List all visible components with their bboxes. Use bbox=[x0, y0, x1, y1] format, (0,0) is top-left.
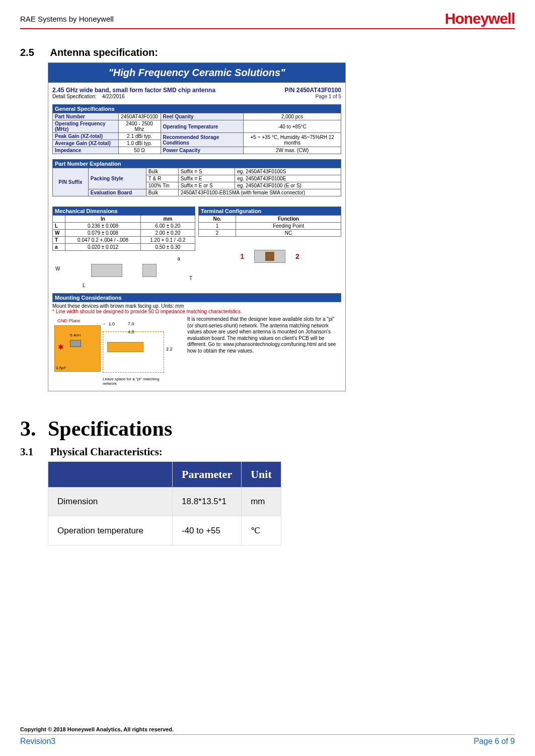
chip-drawing-1 bbox=[91, 264, 122, 277]
section-3-heading: 3.Specifications bbox=[20, 417, 515, 441]
phys-th-unit: Unit bbox=[242, 462, 281, 488]
mech-term-row: Mechanical Dimensions In mm L 0.236 ± 0.… bbox=[52, 201, 341, 288]
pn-explanation-table: Part Number Explanation P/N Suffix Packi… bbox=[52, 159, 341, 196]
ds-title-left: 2.45 GHz wide band, small form factor SM… bbox=[52, 87, 215, 94]
ds-pn-right: P/N 2450AT43F0100 bbox=[284, 87, 341, 94]
terminal-diagram: 1 2 bbox=[198, 239, 341, 274]
header-left-text: RAE Systems by Honeywell bbox=[20, 15, 114, 23]
mount-line2: * Line width should be designed to provi… bbox=[52, 309, 341, 314]
ds-page-label: Page 1 of 5 bbox=[316, 94, 341, 99]
phys-row-optemp: Operation temperature -40 to +55 ℃ bbox=[48, 516, 281, 545]
mounting-text: It is recommended that the designer leav… bbox=[187, 316, 341, 387]
phys-dim-unit: mm bbox=[242, 488, 281, 516]
section-title: Antenna specification: bbox=[50, 47, 158, 58]
page-number-text: Page 6 of 9 bbox=[474, 737, 515, 746]
gnd-plane-label: GND Plane bbox=[57, 318, 81, 323]
page-header: RAE Systems by Honeywell Honeywell bbox=[20, 10, 515, 29]
mech-diagram: W L a T bbox=[52, 253, 195, 288]
section-number: 2.5 bbox=[20, 47, 48, 58]
terminal-1-label: 1 bbox=[240, 252, 244, 260]
copyright-text: Copyright © 2018 Honeywell Analytics, Al… bbox=[20, 726, 515, 732]
chip-drawing-3 bbox=[254, 250, 285, 263]
section-3-title: Specifications bbox=[48, 417, 172, 440]
page-footer: Copyright © 2018 Honeywell Analytics, Al… bbox=[20, 726, 515, 746]
terminal-config-block: Terminal Configuration No. Function 1 Fe… bbox=[198, 201, 341, 288]
gen-spec-header: General Specifications bbox=[53, 105, 341, 113]
section-3-number: 3. bbox=[20, 417, 48, 441]
terminal-config-table: Terminal Configuration No. Function 1 Fe… bbox=[198, 207, 341, 237]
phys-dim-label: Dimension bbox=[48, 488, 173, 516]
mech-dim-block: Mechanical Dimensions In mm L 0.236 ± 0.… bbox=[52, 201, 195, 288]
gnd-plane-shape: ✱ 0.5pF 5.4nH bbox=[54, 325, 101, 372]
mount-line1: Mount these devices with brown mark faci… bbox=[52, 303, 341, 309]
phys-dim-param: 18.8*13.5*1 bbox=[173, 488, 242, 516]
datasheet-banner: "High Frequency Ceramic Solutions" bbox=[48, 63, 345, 83]
antenna-datasheet: "High Frequency Ceramic Solutions" 2.45 … bbox=[48, 62, 346, 391]
phys-th-blank bbox=[48, 462, 173, 488]
revision-text: Revision3 bbox=[20, 737, 55, 746]
section-3-1-title: Physical Characteristics: bbox=[50, 446, 162, 458]
phys-row-dimension: Dimension 18.8*13.5*1 mm bbox=[48, 488, 281, 516]
physical-characteristics-table: Parameter Unit Dimension 18.8*13.5*1 mm … bbox=[48, 461, 281, 545]
mounting-diagram: GND Plane ✱ 0.5pF 5.4nH ← 1.0 7.0 4.8 2.… bbox=[52, 316, 183, 387]
phys-optemp-unit: ℃ bbox=[242, 516, 281, 545]
general-spec-table: General Specifications Part Number 2450A… bbox=[52, 104, 341, 154]
chip-drawing-2 bbox=[142, 264, 157, 277]
section-3-1-number: 3.1 bbox=[20, 446, 48, 458]
mounting-block: Mounting Considerations Mount these devi… bbox=[52, 293, 341, 387]
phys-optemp-param: -40 to +55 bbox=[173, 516, 242, 545]
section-2-5-heading: 2.5 Antenna specification: bbox=[20, 47, 515, 58]
ds-detail: Detail Specification: 4/22/2016 bbox=[52, 94, 124, 99]
honeywell-logo: Honeywell bbox=[445, 10, 515, 27]
pne-header: Part Number Explanation bbox=[53, 160, 341, 168]
mech-dim-table: Mechanical Dimensions In mm L 0.236 ± 0.… bbox=[52, 207, 195, 251]
chip-brown-mark bbox=[265, 252, 274, 261]
datasheet-body: 2.45 GHz wide band, small form factor SM… bbox=[48, 83, 345, 391]
pi-note: Leave space for a "pi" matching network bbox=[103, 377, 168, 386]
section-3-1-heading: 3.1 Physical Characteristics: bbox=[20, 446, 515, 458]
terminal-2-label: 2 bbox=[295, 252, 299, 260]
phys-optemp-label: Operation temperature bbox=[48, 516, 173, 545]
pi-network-area bbox=[103, 331, 164, 373]
phys-th-parameter: Parameter bbox=[173, 462, 242, 488]
